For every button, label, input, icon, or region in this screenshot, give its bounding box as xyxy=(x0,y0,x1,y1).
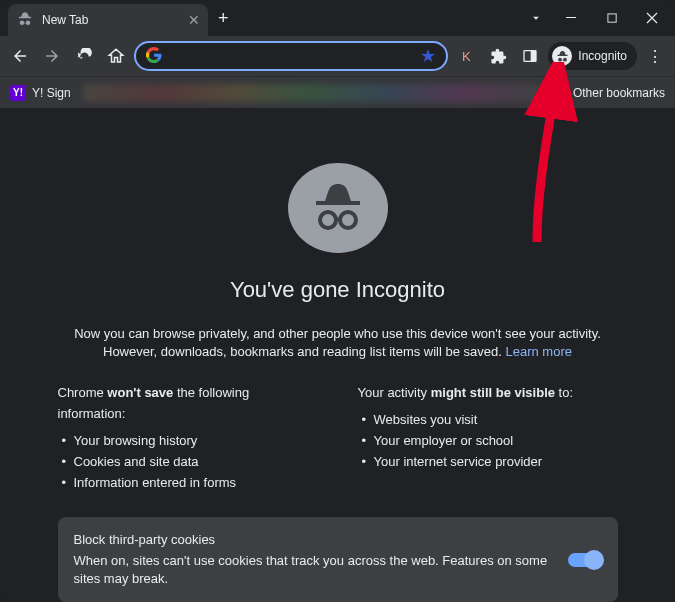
list-item: Websites you visit xyxy=(358,410,618,431)
tab-title: New Tab xyxy=(42,13,180,27)
cookie-card-title: Block third-party cookies xyxy=(74,531,562,549)
svg-rect-0 xyxy=(566,17,576,18)
other-bookmarks-label: Other bookmarks xyxy=(573,86,665,100)
close-tab-icon[interactable]: ✕ xyxy=(188,13,200,27)
svg-point-5 xyxy=(340,212,356,228)
title-bar: New Tab ✕ + xyxy=(0,0,675,36)
col1-list: Your browsing history Cookies and site d… xyxy=(58,431,318,493)
home-button[interactable] xyxy=(102,42,130,70)
yahoo-icon: Y! xyxy=(10,85,26,101)
minimize-button[interactable] xyxy=(553,3,591,33)
tabs-dropdown-icon[interactable] xyxy=(521,3,551,33)
incognito-hero-icon xyxy=(288,163,388,253)
toolbar: ★ K Incognito ⋮ xyxy=(0,36,675,76)
new-tab-button[interactable]: + xyxy=(208,4,239,33)
list-item: Your browsing history xyxy=(58,431,318,452)
profile-avatar[interactable]: K xyxy=(452,42,480,70)
reload-button[interactable] xyxy=(70,42,98,70)
svg-rect-1 xyxy=(607,13,615,21)
info-columns: Chrome won't save the following informat… xyxy=(58,383,618,493)
incognito-icon xyxy=(552,46,572,66)
col-visible-to: Your activity might still be visible to:… xyxy=(358,383,618,493)
address-bar[interactable]: ★ xyxy=(134,41,448,71)
page-content: You've gone Incognito Now you can browse… xyxy=(0,108,675,602)
forward-button[interactable] xyxy=(38,42,66,70)
menu-button[interactable]: ⋮ xyxy=(641,47,669,66)
col1-title: Chrome won't save the following informat… xyxy=(58,383,318,425)
incognito-label: Incognito xyxy=(578,49,627,63)
col-wont-save: Chrome won't save the following informat… xyxy=(58,383,318,493)
block-cookies-toggle[interactable] xyxy=(568,553,602,567)
bookmark-item[interactable]: Y! Y! Sign xyxy=(10,85,71,101)
bookmark-label: Y! Sign xyxy=(32,86,71,100)
page-heading: You've gone Incognito xyxy=(230,277,445,303)
list-item: Your internet service provider xyxy=(358,452,618,473)
window-controls xyxy=(521,3,671,33)
svg-rect-3 xyxy=(531,51,536,62)
page-description: Now you can browse privately, and other … xyxy=(58,325,618,361)
google-icon xyxy=(146,47,162,66)
incognito-indicator[interactable]: Incognito xyxy=(548,42,637,70)
incognito-tab-icon xyxy=(16,10,34,31)
close-window-button[interactable] xyxy=(633,3,671,33)
cookie-card-body: When on, sites can't use cookies that tr… xyxy=(74,552,562,588)
bookmarks-bar: Y! Y! Sign Other bookmarks xyxy=(0,76,675,108)
url-input[interactable] xyxy=(170,49,412,64)
bookmarks-blurred xyxy=(83,84,539,102)
col2-list: Websites you visit Your employer or scho… xyxy=(358,410,618,472)
maximize-button[interactable] xyxy=(593,3,631,33)
svg-point-4 xyxy=(320,212,336,228)
list-item: Information entered in forms xyxy=(58,473,318,494)
other-bookmarks-button[interactable]: Other bookmarks xyxy=(551,86,665,100)
browser-tab[interactable]: New Tab ✕ xyxy=(8,4,208,36)
bookmark-star-icon[interactable]: ★ xyxy=(420,45,436,67)
extensions-icon[interactable] xyxy=(484,42,512,70)
list-item: Your employer or school xyxy=(358,431,618,452)
list-item: Cookies and site data xyxy=(58,452,318,473)
back-button[interactable] xyxy=(6,42,34,70)
learn-more-link[interactable]: Learn more xyxy=(506,344,572,359)
side-panel-icon[interactable] xyxy=(516,42,544,70)
block-cookies-card: Block third-party cookies When on, sites… xyxy=(58,517,618,602)
col2-title: Your activity might still be visible to: xyxy=(358,383,618,404)
folder-icon xyxy=(551,87,567,99)
